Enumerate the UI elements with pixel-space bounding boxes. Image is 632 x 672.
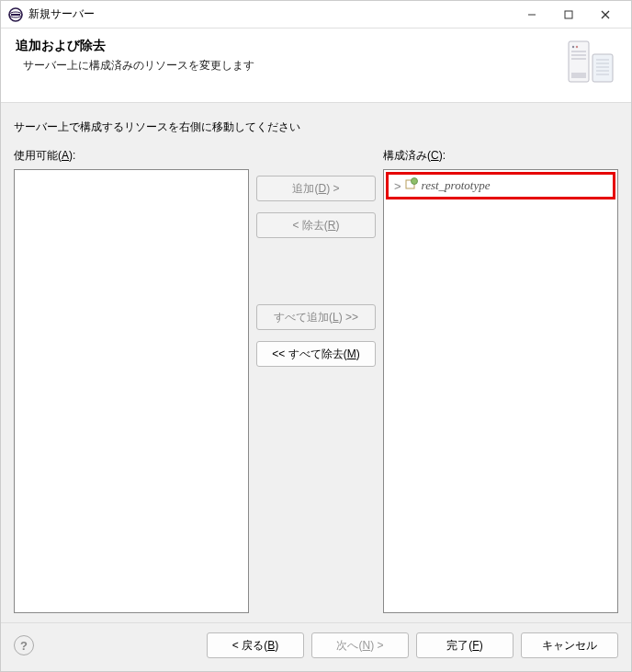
wizard-header-title: 追加および除去 bbox=[16, 38, 565, 54]
remove-all-button[interactable]: << すべて除去(M) bbox=[256, 341, 376, 367]
wizard-body: サーバー上で構成するリソースを右側に移動してください 使用可能(A): 追加(D… bbox=[1, 103, 631, 622]
wizard-window: 新規サーバー 追加および除去 サーバー上に構成済みのリソースを変更します bbox=[0, 0, 632, 672]
svg-rect-15 bbox=[592, 54, 613, 82]
remove-button[interactable]: < 除去(R) bbox=[256, 212, 376, 238]
svg-rect-11 bbox=[571, 51, 586, 52]
configured-list[interactable]: > rest_prototype bbox=[383, 169, 618, 613]
cancel-button[interactable]: キャンセル bbox=[521, 632, 618, 658]
transfer-buttons: 追加(D) > < 除去(R) すべて追加(L) >> << すべて除去(M) bbox=[256, 148, 376, 613]
available-label: 使用可能(A): bbox=[14, 148, 249, 164]
svg-point-10 bbox=[576, 46, 578, 48]
next-button[interactable]: 次へ(N) > bbox=[311, 632, 409, 658]
minimize-button[interactable] bbox=[514, 1, 550, 28]
add-all-button[interactable]: すべて追加(L) >> bbox=[256, 304, 376, 330]
configured-column: 構成済み(C): > rest_prototype bbox=[383, 148, 618, 613]
configured-label: 構成済み(C): bbox=[383, 148, 618, 164]
finish-button[interactable]: 完了(F) bbox=[416, 632, 514, 658]
tree-item[interactable]: > rest_prototype bbox=[389, 175, 613, 197]
svg-rect-12 bbox=[571, 54, 586, 56]
wizard-footer: ? < 戻る(B) 次へ(N) > 完了(F) キャンセル bbox=[1, 622, 631, 671]
highlighted-item-frame: > rest_prototype bbox=[386, 172, 615, 199]
expander-icon[interactable]: > bbox=[394, 179, 401, 193]
server-banner-icon bbox=[565, 38, 616, 89]
back-button[interactable]: < 戻る(B) bbox=[207, 632, 304, 658]
titlebar: 新規サーバー bbox=[1, 1, 631, 28]
svg-rect-13 bbox=[571, 58, 586, 60]
wizard-header: 追加および除去 サーバー上に構成済みのリソースを変更します bbox=[1, 28, 631, 103]
svg-point-22 bbox=[411, 178, 417, 185]
available-list[interactable] bbox=[14, 169, 249, 613]
svg-rect-5 bbox=[565, 11, 572, 18]
maximize-button[interactable] bbox=[550, 1, 587, 28]
close-button[interactable] bbox=[587, 1, 624, 28]
instruction-text: サーバー上で構成するリソースを右側に移動してください bbox=[14, 120, 618, 135]
module-icon bbox=[405, 177, 418, 194]
wizard-header-description: サーバー上に構成済みのリソースを変更します bbox=[16, 58, 565, 74]
app-icon bbox=[8, 7, 23, 22]
svg-point-9 bbox=[572, 46, 574, 48]
tree-item-label: rest_prototype bbox=[422, 178, 491, 193]
add-button[interactable]: 追加(D) > bbox=[256, 176, 376, 201]
available-column: 使用可能(A): bbox=[14, 148, 249, 613]
window-title: 新規サーバー bbox=[28, 6, 95, 22]
help-icon[interactable]: ? bbox=[14, 635, 34, 655]
svg-rect-14 bbox=[571, 73, 586, 78]
